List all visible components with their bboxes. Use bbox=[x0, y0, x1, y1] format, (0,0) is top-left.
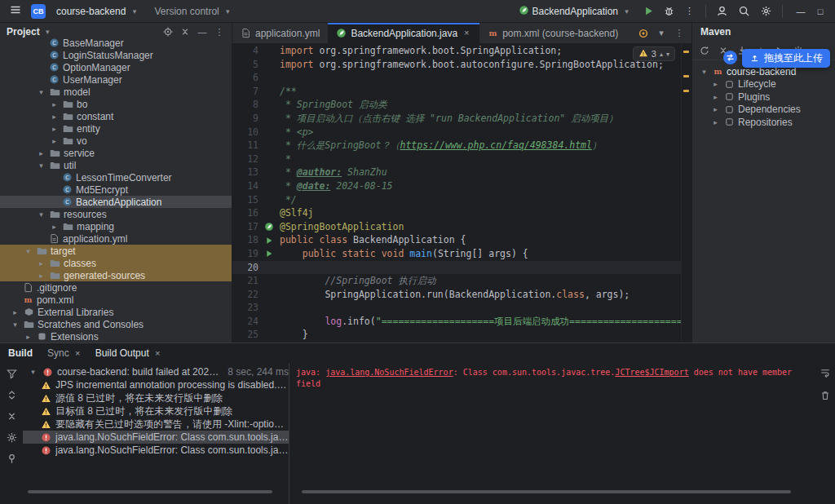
project-tree-item[interactable]: ▾Scratches and Consoles bbox=[0, 318, 232, 330]
chevron-down-icon[interactable]: ▾ bbox=[10, 321, 20, 329]
chevron-down-icon[interactable]: ▾ bbox=[656, 28, 667, 39]
build-tree-item[interactable]: 目标值 8 已过时，将在未来发行版中删除 bbox=[23, 405, 289, 418]
main-menu-button[interactable] bbox=[7, 2, 24, 20]
inspections-widget[interactable]: 3 ▴ ▾ bbox=[633, 46, 675, 61]
upload-overlay[interactable]: 拖拽至此上传 bbox=[722, 49, 830, 68]
project-panel-title[interactable]: Project ▾ bbox=[7, 26, 53, 38]
close-tab-icon[interactable]: × bbox=[73, 349, 82, 358]
close-tab-icon[interactable]: × bbox=[153, 349, 162, 358]
build-tree-item[interactable]: ▾course-backend: build failed at 2024/12… bbox=[23, 365, 289, 378]
project-tree-item[interactable]: ▾target bbox=[0, 245, 232, 257]
editor-tab[interactable]: mpom.xml (course-backend) bbox=[479, 23, 626, 43]
prev-problem-icon[interactable]: ▴ bbox=[660, 51, 663, 58]
build-console[interactable]: java: java.lang.NoSuchFieldError: Class … bbox=[289, 363, 815, 504]
collapse-all-icon[interactable] bbox=[6, 410, 18, 422]
locate-file-icon[interactable] bbox=[162, 26, 174, 38]
editor-tab[interactable]: application.yml bbox=[232, 23, 328, 43]
project-tree-item[interactable]: CLessonTimeConverter bbox=[0, 171, 232, 183]
chevron-right-icon[interactable]: ▸ bbox=[49, 113, 60, 121]
more-options-icon[interactable]: ⋮ bbox=[214, 26, 225, 38]
refresh-maven-icon[interactable] bbox=[699, 45, 710, 56]
warning-stripe-mark[interactable] bbox=[683, 90, 689, 92]
filter-icon[interactable] bbox=[6, 368, 18, 380]
chevron-right-icon[interactable]: ▸ bbox=[10, 308, 20, 316]
build-tree-item[interactable]: java.lang.NoSuchFieldError: Class com.su… bbox=[23, 431, 289, 444]
sync-badge-icon[interactable] bbox=[722, 50, 738, 65]
hamburger-icon[interactable] bbox=[9, 3, 22, 16]
hide-panel-icon[interactable]: — bbox=[197, 26, 208, 38]
chevron-down-icon[interactable]: ▾ bbox=[36, 161, 46, 170]
run-gutter-icon[interactable] bbox=[264, 249, 274, 259]
project-tree-item[interactable]: ▸constant bbox=[0, 110, 232, 122]
expand-all-icon[interactable] bbox=[6, 389, 18, 401]
chevron-down-icon[interactable]: ▾ bbox=[699, 68, 709, 76]
project-tree-item[interactable]: ▸service bbox=[0, 147, 232, 159]
next-problem-icon[interactable]: ▾ bbox=[666, 51, 669, 58]
build-tree-item[interactable]: 源值 8 已过时，将在未来发行版中删除 bbox=[23, 391, 289, 405]
project-tree-item[interactable]: COptionManager bbox=[0, 61, 232, 73]
project-tree-item[interactable]: ▸classes bbox=[0, 257, 232, 269]
build-tree-item[interactable]: 要隐藏有关已过时选项的警告，请使用 -Xlint:-options。 bbox=[23, 418, 289, 431]
chevron-right-icon[interactable]: ▸ bbox=[710, 93, 721, 101]
build-tree-item[interactable]: JPS incremental annotation processing is… bbox=[23, 378, 289, 391]
project-tree-item[interactable]: CBackendApplication bbox=[0, 196, 232, 208]
project-tree-item[interactable]: ▾model bbox=[0, 86, 232, 98]
maven-tree-item[interactable]: ▸Lifecycle bbox=[692, 78, 835, 91]
chevron-right-icon[interactable]: ▸ bbox=[23, 333, 33, 341]
close-tab-icon[interactable]: × bbox=[462, 29, 471, 38]
project-tree-item[interactable]: CBaseManager bbox=[0, 37, 232, 49]
build-tab[interactable]: Build Output× bbox=[95, 347, 162, 359]
console-hscrollbar[interactable] bbox=[302, 490, 791, 493]
editor-tab[interactable]: BackendApplication.java× bbox=[328, 23, 479, 43]
run-config-selector[interactable]: BackendApplication ▾ bbox=[515, 3, 636, 20]
vcs-widget[interactable]: Version control ▾ bbox=[150, 4, 236, 19]
project-tree-item[interactable]: CMd5Encrypt bbox=[0, 183, 232, 196]
maximize-window-button[interactable]: □ bbox=[812, 7, 828, 16]
chevron-right-icon[interactable]: ▸ bbox=[36, 149, 46, 157]
project-tree-item[interactable]: ▾util bbox=[0, 159, 232, 171]
project-tree-item[interactable]: ▸Extensions bbox=[0, 330, 232, 343]
pin-icon[interactable] bbox=[6, 453, 18, 465]
build-panel-title[interactable]: Build bbox=[8, 347, 33, 359]
run-button[interactable] bbox=[643, 5, 655, 17]
user-icon[interactable] bbox=[716, 5, 728, 17]
chevron-down-icon[interactable]: ▾ bbox=[28, 368, 38, 376]
chevron-right-icon[interactable]: ▸ bbox=[49, 100, 60, 108]
project-tree-item[interactable]: .gitignore bbox=[0, 281, 232, 294]
code-lines[interactable]: 4import org.springframework.boot.SpringA… bbox=[232, 44, 681, 343]
chevron-right-icon[interactable]: ▸ bbox=[49, 137, 60, 145]
error-stripe[interactable] bbox=[681, 44, 691, 343]
project-tree-item[interactable]: mpom.xml bbox=[0, 294, 232, 306]
build-tree-item[interactable]: java.lang.NoSuchFieldError: Class com.su… bbox=[23, 444, 289, 457]
warning-stripe-mark[interactable] bbox=[683, 75, 689, 77]
project-tree-item[interactable]: ▸bo bbox=[0, 98, 232, 110]
maven-tree-item[interactable]: ▸Dependencies bbox=[692, 104, 835, 117]
build-tab[interactable]: Sync× bbox=[47, 347, 82, 359]
spring-bean-gutter-icon[interactable] bbox=[264, 222, 274, 232]
project-tree-item[interactable]: ▸mapping bbox=[0, 220, 232, 232]
project-tree-item[interactable]: ▸entity bbox=[0, 122, 232, 135]
project-tree-item[interactable]: CLoginStatusManager bbox=[0, 49, 232, 61]
project-tree-item[interactable]: application.yml bbox=[0, 232, 232, 245]
chevron-right-icon[interactable]: ▸ bbox=[49, 125, 60, 133]
chevron-right-icon[interactable]: ▸ bbox=[49, 223, 60, 231]
tree-hscrollbar[interactable] bbox=[28, 490, 272, 493]
project-selector[interactable]: course-backend ▾ bbox=[52, 4, 144, 19]
debug-button[interactable] bbox=[663, 5, 675, 17]
project-tree-item[interactable]: ▾resources bbox=[0, 208, 232, 220]
minimize-window-button[interactable]: — bbox=[793, 7, 809, 16]
upload-button[interactable]: 拖拽至此上传 bbox=[742, 49, 830, 68]
maven-tree-item[interactable]: ▸Plugins bbox=[692, 91, 835, 104]
settings-gear-icon[interactable] bbox=[760, 5, 772, 17]
chevron-down-icon[interactable]: ▾ bbox=[36, 210, 46, 219]
chevron-down-icon[interactable]: ▾ bbox=[36, 88, 46, 96]
project-tree-item[interactable]: CUserManager bbox=[0, 73, 232, 86]
more-actions-button[interactable]: ⋮ bbox=[683, 5, 696, 17]
soft-wrap-icon[interactable] bbox=[820, 367, 831, 378]
run-gutter-icon[interactable] bbox=[264, 236, 274, 245]
more-options-icon[interactable]: ⋮ bbox=[674, 28, 685, 39]
project-tree-item[interactable]: ▸vo bbox=[0, 135, 232, 147]
search-icon[interactable] bbox=[738, 5, 750, 17]
collapse-all-icon[interactable] bbox=[179, 26, 191, 38]
chevron-right-icon[interactable]: ▸ bbox=[710, 118, 721, 126]
